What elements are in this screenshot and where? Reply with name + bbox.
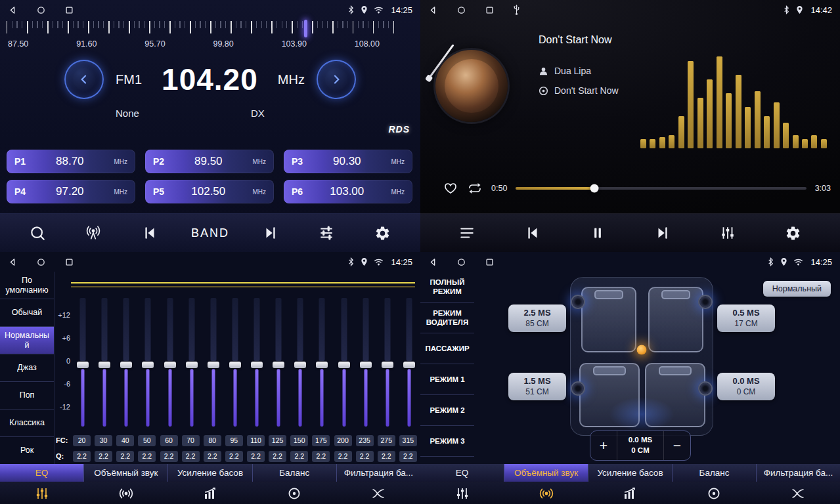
eq-preset-item-0[interactable]: По умолчанию bbox=[0, 272, 54, 299]
preset-button-p5[interactable]: P5 102.50 MHz bbox=[145, 180, 274, 203]
eq-preset-item-3[interactable]: Джаз bbox=[0, 354, 54, 382]
tuning-scale[interactable]: 87.5091.6095.7099.80103.90108.00 bbox=[7, 21, 414, 52]
equalizer-button[interactable] bbox=[709, 219, 746, 247]
repeat-icon[interactable] bbox=[467, 180, 483, 196]
tab-icon-eq[interactable] bbox=[420, 482, 504, 504]
preset-button-p1[interactable]: P1 88.70 MHz bbox=[7, 150, 135, 173]
nav-recents-icon[interactable] bbox=[64, 5, 74, 15]
nav-recents-icon[interactable] bbox=[64, 257, 74, 267]
tab-surround[interactable]: Объёмный звук bbox=[84, 464, 168, 482]
nav-recents-icon[interactable] bbox=[485, 257, 495, 267]
tab-icon-bass-boost[interactable] bbox=[588, 482, 673, 504]
surround-mode-1[interactable]: РЕЖИМ ВОДИТЕЛЯ bbox=[420, 303, 474, 333]
tab-balance[interactable]: Баланс bbox=[673, 464, 757, 482]
tab-bass-boost[interactable]: Усиление басов bbox=[588, 464, 673, 482]
tab-icon-filter[interactable] bbox=[756, 482, 840, 504]
preset-button-p6[interactable]: P6 103.00 MHz bbox=[284, 180, 412, 203]
tab-icon-eq[interactable] bbox=[0, 482, 84, 504]
slider-handle[interactable] bbox=[294, 362, 306, 368]
nav-home-icon[interactable] bbox=[456, 257, 466, 267]
eq-band-15[interactable] bbox=[401, 298, 417, 427]
tab-icon-surround[interactable] bbox=[504, 482, 588, 504]
eq-preset-item-2[interactable]: Нормальный bbox=[0, 327, 54, 354]
preset-button-p4[interactable]: P4 97.20 MHz bbox=[7, 180, 135, 203]
preset-scan-button[interactable] bbox=[75, 219, 112, 247]
eq-band-6[interactable] bbox=[206, 298, 221, 427]
eq-band-13[interactable] bbox=[358, 298, 374, 427]
tab-bass-boost[interactable]: Усиление басов bbox=[168, 464, 252, 482]
surround-mode-5[interactable]: РЕЖИМ 3 bbox=[420, 426, 474, 457]
progress-thumb[interactable] bbox=[590, 184, 598, 193]
tune-down-button[interactable] bbox=[64, 60, 104, 99]
tab-icon-filter[interactable] bbox=[336, 482, 420, 504]
delay-decrease-button[interactable]: − bbox=[664, 431, 690, 460]
slider-handle[interactable] bbox=[142, 362, 154, 368]
tab-eq[interactable]: EQ bbox=[420, 464, 504, 482]
seat-front-right[interactable] bbox=[648, 287, 703, 352]
nav-back-icon[interactable] bbox=[428, 5, 438, 15]
slider-handle[interactable] bbox=[120, 362, 132, 368]
playlist-button[interactable] bbox=[449, 219, 485, 247]
album-art[interactable] bbox=[435, 50, 508, 122]
eq-preset-item-5[interactable]: Классика bbox=[0, 410, 54, 437]
nav-back-icon[interactable] bbox=[8, 5, 18, 15]
delay-chip-rear-right[interactable]: 0.0 MS 0 CM bbox=[717, 373, 775, 400]
slider-handle[interactable] bbox=[99, 362, 110, 368]
eq-band-3[interactable] bbox=[140, 298, 156, 427]
tab-filter[interactable]: Фильтрация ба... bbox=[337, 464, 420, 482]
previous-track-button[interactable] bbox=[514, 219, 551, 247]
slider-handle[interactable] bbox=[186, 362, 198, 368]
slider-handle[interactable] bbox=[316, 362, 328, 368]
tuning-indicator[interactable] bbox=[304, 20, 307, 37]
surround-mode-2[interactable]: ПАССАЖИР bbox=[420, 333, 474, 364]
delay-chip-front-left[interactable]: 2.5 MS 85 CM bbox=[508, 304, 566, 332]
tune-up-button[interactable] bbox=[317, 60, 356, 99]
pause-button[interactable] bbox=[579, 219, 616, 247]
eq-band-0[interactable] bbox=[75, 298, 91, 427]
band-button[interactable]: BAND bbox=[187, 219, 233, 247]
eq-band-10[interactable] bbox=[292, 298, 308, 427]
eq-band-9[interactable] bbox=[271, 298, 286, 427]
settings-button[interactable] bbox=[365, 219, 401, 247]
nav-home-icon[interactable] bbox=[36, 257, 46, 267]
preset-button-p2[interactable]: P2 89.50 MHz bbox=[145, 150, 274, 173]
eq-band-8[interactable] bbox=[249, 298, 265, 427]
surround-mode-3[interactable]: РЕЖИМ 1 bbox=[420, 364, 474, 395]
delay-chip-front-right[interactable]: 0.5 MS 17 CM bbox=[717, 304, 775, 332]
slider-handle[interactable] bbox=[77, 362, 89, 368]
seat-rear-left[interactable] bbox=[579, 363, 640, 427]
next-button[interactable] bbox=[252, 219, 289, 247]
slider-handle[interactable] bbox=[208, 362, 219, 368]
seek-scan-button[interactable] bbox=[19, 219, 56, 247]
eq-preset-badge[interactable]: Нормальный bbox=[763, 281, 831, 297]
seat-rear-right[interactable] bbox=[645, 363, 705, 427]
eq-band-5[interactable] bbox=[184, 298, 200, 427]
eq-band-4[interactable] bbox=[162, 298, 178, 427]
nav-recents-icon[interactable] bbox=[485, 5, 495, 15]
seat-front-left[interactable] bbox=[581, 287, 636, 352]
audio-settings-button[interactable] bbox=[308, 219, 345, 247]
eq-preset-item-6[interactable]: Рок bbox=[0, 437, 54, 465]
delay-chip-rear-left[interactable]: 1.5 MS 51 CM bbox=[508, 373, 566, 400]
nav-back-icon[interactable] bbox=[428, 257, 438, 267]
slider-handle[interactable] bbox=[229, 362, 241, 368]
eq-band-11[interactable] bbox=[314, 298, 330, 427]
nav-home-icon[interactable] bbox=[456, 5, 466, 15]
listening-position-dot[interactable] bbox=[637, 345, 647, 355]
slider-handle[interactable] bbox=[403, 362, 415, 368]
slider-handle[interactable] bbox=[164, 362, 176, 368]
surround-mode-4[interactable]: РЕЖИМ 2 bbox=[420, 395, 474, 426]
eq-preset-item-1[interactable]: Обычай bbox=[0, 299, 54, 327]
slider-handle[interactable] bbox=[360, 362, 372, 368]
settings-button[interactable] bbox=[775, 219, 812, 247]
tab-balance[interactable]: Баланс bbox=[253, 464, 337, 482]
tab-icon-balance[interactable] bbox=[672, 482, 756, 504]
tab-eq[interactable]: EQ bbox=[0, 464, 84, 482]
slider-handle[interactable] bbox=[338, 362, 350, 368]
eq-band-1[interactable] bbox=[97, 298, 112, 427]
slider-handle[interactable] bbox=[382, 362, 393, 368]
previous-button[interactable] bbox=[131, 219, 168, 247]
tab-icon-balance[interactable] bbox=[252, 482, 336, 504]
delay-increase-button[interactable]: + bbox=[590, 431, 617, 460]
seek-bar[interactable] bbox=[516, 187, 806, 190]
